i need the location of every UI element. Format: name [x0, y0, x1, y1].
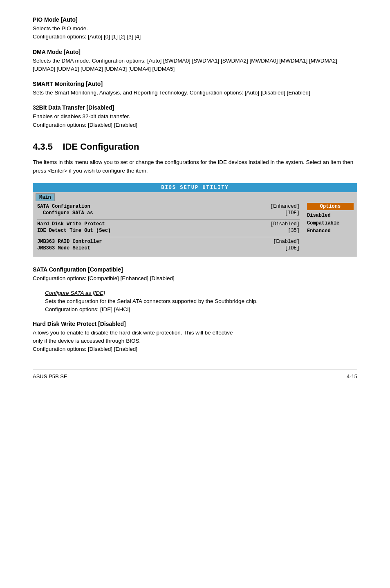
bios-sata-label: SATA Configuration	[37, 204, 90, 209]
pio-mode-heading: PIO Mode [Auto]	[33, 16, 357, 23]
bit32-data-body: Enables or disables 32-bit data transfer…	[33, 112, 357, 129]
bios-configure-sata-value: [IDE]	[285, 210, 300, 216]
bios-configure-sata-label: Configure SATA as	[43, 210, 93, 216]
bios-option-enhanced: Enhanced	[307, 227, 354, 235]
ide-config-intro: The items in this menu allow you to set …	[33, 158, 357, 175]
configure-sata-sub-heading: Configure SATA as [IDE]	[45, 290, 357, 296]
bios-jmb363-group: JMB363 RAID Controller [Enabled] JMB363 …	[37, 239, 300, 251]
sata-config-section: SATA Configuration [Compatible] Configur…	[33, 266, 357, 314]
smart-monitoring-heading: SMART Monitoring [Auto]	[33, 81, 357, 87]
bios-jmb363-mode-label: JMB363 Mode Select	[37, 245, 90, 251]
bios-inner: SATA Configuration [Enhanced] Configure …	[33, 201, 357, 257]
bios-jmb363-mode-row: JMB363 Mode Select [IDE]	[37, 245, 300, 251]
bios-sata-value: [Enhanced]	[270, 204, 300, 209]
configure-sata-sub-body: Sets the configuration for the Serial AT…	[45, 297, 357, 314]
bios-option-compatiable: Compatiable	[307, 220, 354, 227]
page-footer: ASUS P5B SE 4-15	[33, 370, 357, 379]
dma-mode-heading: DMA Mode [Auto]	[33, 49, 357, 55]
bios-sata-config-row: SATA Configuration [Enhanced]	[37, 204, 300, 209]
smart-monitoring-body: Sets the Smart Monitoring, Analysis, and…	[33, 89, 357, 97]
hard-disk-write-body: Allows you to enable to disable the hard…	[33, 329, 357, 354]
hard-disk-write-heading: Hard Disk Write Protect [Disabled]	[33, 321, 357, 327]
ide-config-heading: 4.3.5 IDE Configuration	[33, 141, 357, 152]
bios-jmb363-raid-label: JMB363 RAID Controller	[37, 239, 102, 245]
sata-config-body: Configuration options: [Compatible] [Enh…	[33, 274, 357, 283]
bios-titlebar: BIOS SETUP UTILITY	[33, 183, 357, 192]
bios-jmb363-raid-row: JMB363 RAID Controller [Enabled]	[37, 239, 300, 245]
bios-right-panel: Options Disabled Compatiable Enhanced	[304, 201, 357, 257]
pio-mode-body: Selects the PIO mode. Configuration opti…	[33, 25, 357, 41]
footer-right: 4-15	[347, 373, 357, 379]
bit32-data-heading: 32Bit Data Transfer [Disabled]	[33, 104, 357, 111]
bios-setup-box: BIOS SETUP UTILITY Main SATA Configurati…	[33, 183, 357, 257]
dma-mode-section: DMA Mode [Auto] Selects the DMA mode. Co…	[33, 49, 357, 74]
bios-ide-timeout-row: IDE Detect Time Out (Sec) [35]	[37, 228, 300, 233]
bios-hdwp-group: Hard Disk Write Protect [Disabled] IDE D…	[37, 221, 300, 233]
bios-tab-bar: Main	[33, 192, 357, 201]
sata-config-heading: SATA Configuration [Compatible]	[33, 266, 357, 273]
sata-config-subsection: Configure SATA as [IDE] Sets the configu…	[45, 290, 357, 314]
hard-disk-write-section: Hard Disk Write Protect [Disabled] Allow…	[33, 321, 357, 354]
bios-left-panel: SATA Configuration [Enhanced] Configure …	[33, 201, 304, 257]
bios-options-header: Options	[307, 203, 354, 210]
bios-main-tab[interactable]: Main	[36, 193, 55, 201]
footer-left: ASUS P5B SE	[33, 373, 67, 379]
bios-options-list: Disabled Compatiable Enhanced	[307, 212, 354, 236]
smart-monitoring-section: SMART Monitoring [Auto] Sets the Smart M…	[33, 81, 357, 97]
pio-mode-section: PIO Mode [Auto] Selects the PIO mode. Co…	[33, 16, 357, 41]
bios-sata-group: SATA Configuration [Enhanced] Configure …	[37, 204, 300, 216]
bios-option-disabled: Disabled	[307, 212, 354, 220]
bios-configure-sata-row: Configure SATA as [IDE]	[37, 210, 300, 216]
bit32-data-section: 32Bit Data Transfer [Disabled] Enables o…	[33, 104, 357, 129]
ide-config-section: 4.3.5 IDE Configuration The items in thi…	[33, 141, 357, 175]
bios-hdwp-value: [Disabled]	[270, 221, 300, 227]
bios-jmb363-mode-value: [IDE]	[285, 245, 300, 251]
bios-hdwp-label: Hard Disk Write Protect	[37, 221, 105, 227]
bios-jmb363-raid-value: [Enabled]	[273, 239, 300, 245]
bios-ide-timeout-label: IDE Detect Time Out (Sec)	[37, 228, 111, 233]
dma-mode-body: Selects the DMA mode. Configuration opti…	[33, 57, 357, 74]
bios-hdwp-row: Hard Disk Write Protect [Disabled]	[37, 221, 300, 227]
bios-ide-timeout-value: [35]	[288, 228, 300, 233]
